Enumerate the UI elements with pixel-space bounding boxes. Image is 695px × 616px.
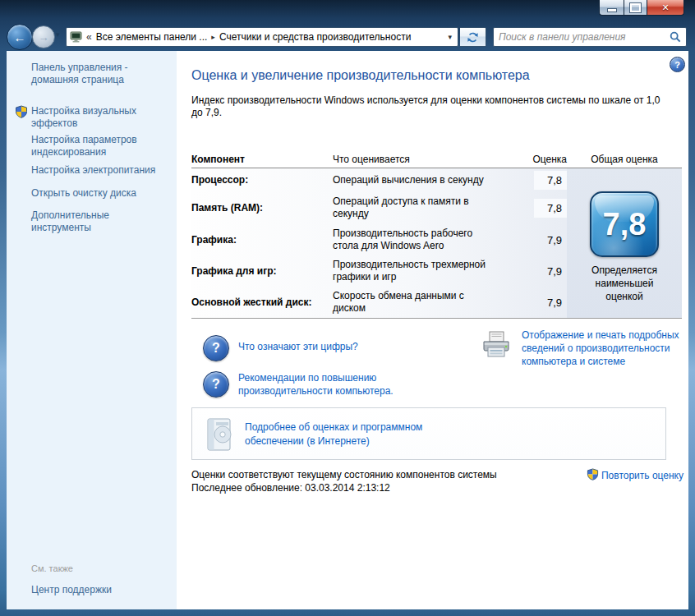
breadcrumb-current[interactable]: Счетчики и средства производительности (219, 31, 411, 43)
component-name: Графика для игр: (191, 265, 333, 277)
table-row: Графика для игр: Производительность трех… (191, 255, 567, 287)
breadcrumb-separator-icon: ▸ (211, 33, 215, 41)
sidebar-item-advanced-tools[interactable]: Дополнительные инструменты (31, 209, 171, 234)
window-controls: ✕ (599, 0, 684, 16)
table-row: Память (RAM): Операций доступа к памяти … (191, 191, 567, 224)
status-line: Оценки соответствуют текущему состоянию … (191, 469, 497, 480)
navigation-bar: ← → ▾ « Все элементы панели ... ▸ Счетчи… (0, 23, 695, 51)
table-rows: Процессор: Операций вычисления в секунду… (191, 168, 567, 318)
component-score: 7,8 (530, 199, 567, 218)
rerun-assessment-label: Повторить оценку (601, 470, 683, 481)
maximize-icon (630, 3, 641, 12)
table-row: Процессор: Операций вычисления в секунду… (191, 168, 567, 191)
software-box-icon (202, 416, 237, 456)
column-header-component: Компонент (191, 154, 333, 165)
what-numbers-mean-link[interactable]: Что означают эти цифры? (238, 340, 358, 353)
title-bar: ✕ (0, 0, 695, 23)
forward-button[interactable]: → (32, 25, 55, 48)
sidebar-item-home[interactable]: Панель управления - домашняя страница (31, 62, 171, 86)
component-desc: Производительность рабочего стола для Wi… (333, 228, 530, 252)
component-name: Основной жесткий диск: (191, 297, 333, 308)
table-header: Компонент Что оценивается Оценка Общая о… (191, 150, 682, 168)
component-score: 7,9 (530, 231, 567, 250)
uac-shield-icon (587, 468, 599, 483)
question-glyph: ? (212, 377, 220, 392)
breadcrumb-overflow-button[interactable]: « (86, 31, 92, 43)
recent-pages-dropdown[interactable]: ▾ (56, 30, 60, 39)
help-icon[interactable]: ? (670, 57, 685, 72)
printer-icon (481, 331, 512, 361)
base-score-caption: Определяется наименьшей оценкой (567, 264, 682, 303)
component-name: Процессор: (191, 174, 333, 186)
online-info-box: Подробнее об оценках и программном обесп… (191, 407, 666, 460)
address-dropdown-icon[interactable]: ▾ (445, 33, 454, 41)
sidebar-item-label: Настройка визуальных эффектов (31, 105, 171, 130)
component-desc: Операций вычисления в секунду (333, 174, 530, 186)
sidebar-item-visual-effects[interactable]: Настройка визуальных эффектов (31, 105, 171, 130)
refresh-icon (467, 31, 479, 44)
sidebar-item-disk-cleanup[interactable]: Открыть очистку диска (31, 187, 171, 200)
main-content: ? Оценка и увеличение производительности… (177, 51, 688, 609)
sidebar-item-label: Открыть очистку диска (31, 187, 171, 200)
control-panel-icon (70, 31, 82, 43)
sidebar-item-indexing-options[interactable]: Настройка параметров индексирования (31, 134, 171, 159)
intro-text: Индекс производительности Windows исполь… (191, 94, 676, 119)
question-circle-icon: ? (203, 335, 229, 361)
base-score-badge: 7,8 (590, 191, 659, 257)
base-score-value: 7,8 (603, 207, 647, 242)
back-icon: ← (14, 30, 26, 44)
page-title: Оценка и увеличение производительности к… (191, 68, 530, 83)
maximize-button[interactable] (624, 0, 647, 16)
search-input[interactable] (494, 31, 670, 43)
sidebar-item-action-center[interactable]: Центр поддержки (31, 584, 112, 596)
table-row: Основной жесткий диск: Скорость обмена д… (191, 287, 567, 318)
search-icon[interactable] (670, 31, 686, 43)
component-desc: Операций доступа к памяти в секунду (333, 195, 530, 220)
window: ✕ ← → ▾ « Все элементы панели ... ▸ Счет… (0, 0, 695, 616)
question-glyph: ? (212, 341, 220, 356)
sidebar-item-label: Настройка параметров индексирования (31, 134, 171, 159)
question-circle-icon: ? (203, 371, 229, 398)
table-row: Графика: Производительность рабочего сто… (191, 224, 567, 255)
component-name: Графика: (191, 234, 333, 246)
breadcrumb-all-items[interactable]: Все элементы панели ... (96, 31, 208, 43)
component-score: 7,9 (530, 262, 567, 281)
sidebar: Панель управления - домашняя страница На… (7, 51, 177, 609)
column-header-subscore: Оценка (530, 154, 567, 165)
minimize-icon (607, 8, 617, 12)
search-box (493, 27, 687, 47)
print-details-link[interactable]: Отображение и печать подробных сведений … (522, 329, 695, 368)
rerun-assessment-link[interactable]: Повторить оценку (587, 468, 683, 483)
column-header-what-is-rated: Что оценивается (333, 154, 530, 165)
component-name: Память (RAM): (191, 202, 333, 214)
sidebar-item-power-settings[interactable]: Настройка электропитания (31, 164, 171, 177)
close-button[interactable]: ✕ (647, 0, 684, 16)
close-icon: ✕ (661, 2, 669, 13)
base-score-panel: 7,8 Определяется наименьшей оценкой (567, 168, 682, 318)
sidebar-item-label: Дополнительные инструменты (31, 209, 171, 234)
component-score: 7,9 (530, 293, 567, 312)
uac-shield-icon (15, 105, 28, 121)
minimize-button[interactable] (599, 0, 624, 16)
see-also-header: См. также (31, 563, 73, 573)
learn-more-online-link[interactable]: Подробнее об оценках и программном обесп… (245, 421, 422, 448)
forward-icon: → (39, 31, 49, 44)
column-header-base-score: Общая оценка (567, 154, 682, 165)
back-button[interactable]: ← (7, 24, 33, 50)
performance-table: Процессор: Операций вычисления в секунду… (191, 168, 682, 319)
last-update-line: Последнее обновление: 03.03.2014 2:13:12 (191, 482, 390, 494)
component-desc: Скорость обмена данными с диском (333, 290, 530, 315)
component-score: 7,8 (530, 171, 567, 190)
refresh-button[interactable] (460, 27, 486, 47)
address-bar[interactable]: « Все элементы панели ... ▸ Счетчики и с… (66, 27, 458, 47)
sidebar-item-label: Настройка электропитания (31, 164, 171, 177)
component-desc: Производительность трехмерной графики и … (333, 259, 530, 283)
performance-tips-link[interactable]: Рекомендации по повышению производительн… (238, 371, 394, 398)
help-glyph: ? (674, 60, 680, 70)
